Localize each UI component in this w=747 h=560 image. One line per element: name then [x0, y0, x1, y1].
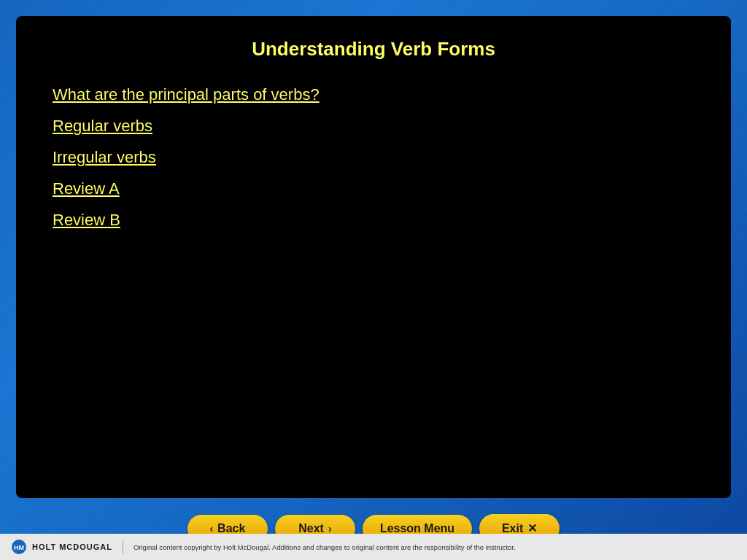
next-arrow-icon: › [328, 523, 332, 534]
lesson-menu-label: Lesson Menu [380, 522, 454, 535]
back-arrow-icon: ‹ [209, 523, 213, 534]
menu-link-review-b[interactable]: Review B [53, 208, 702, 232]
menu-links: What are the principal parts of verbs?Re… [45, 82, 702, 232]
menu-link-principal-parts[interactable]: What are the principal parts of verbs? [53, 82, 702, 106]
footer-logo: HM HOLT McDOUGAL [10, 538, 112, 556]
footer-divider [123, 540, 123, 553]
outer-frame: Understanding Verb Forms What are the pr… [7, 7, 740, 553]
footer-copyright: Original content copyright by Holt McDou… [133, 543, 516, 551]
menu-link-regular-verbs[interactable]: Regular verbs [53, 114, 702, 138]
next-label: Next [298, 522, 324, 535]
page-title: Understanding Verb Forms [45, 38, 702, 61]
back-label: Back [217, 522, 245, 535]
content-area: Understanding Verb Forms What are the pr… [16, 16, 731, 498]
brand-name: HOLT McDOUGAL [32, 542, 112, 551]
menu-link-irregular-verbs[interactable]: Irregular verbs [53, 145, 702, 169]
footer-bar: HM HOLT McDOUGAL Original content copyri… [0, 534, 747, 560]
menu-link-review-a[interactable]: Review A [53, 176, 702, 201]
svg-text:HM: HM [14, 544, 24, 551]
exit-label: Exit [502, 522, 523, 535]
holt-mcdougal-logo-icon: HM [10, 538, 28, 556]
